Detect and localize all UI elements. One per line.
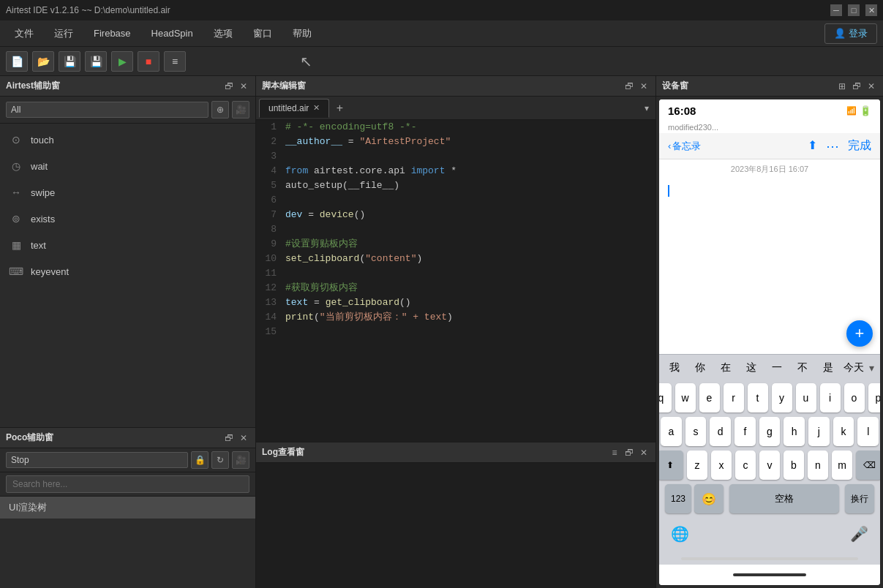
log-filter-button[interactable]: ≡ [609,447,620,459]
nav-back-button[interactable]: ‹ 备忘录 [668,140,701,153]
chinese-char-jintian[interactable]: 今天 [841,358,866,377]
airtest-settings-button[interactable]: 🎥 [232,101,249,118]
minimize-button[interactable]: ─ [830,4,842,16]
menu-help[interactable]: 帮助 [284,24,320,43]
key-r[interactable]: r [724,383,744,412]
key-x[interactable]: x [711,451,732,480]
more-icon[interactable]: ⋯ [826,138,839,154]
airtest-filter-select[interactable]: All touch wait [6,102,208,118]
menu-headspin[interactable]: HeadSpin [143,25,202,42]
log-restore-button[interactable]: 🗗 [623,447,635,459]
key-p[interactable]: p [868,383,881,412]
poco-search-input[interactable] [6,475,249,493]
poco-lock-button[interactable]: 🔒 [191,451,208,469]
chinese-char-yi[interactable]: 一 [764,358,790,377]
device-screenshot-button[interactable]: ⊞ [836,80,848,92]
key-y[interactable]: y [772,383,792,412]
terminal-button[interactable]: ≡ [164,51,186,72]
chinese-char-bu[interactable]: 不 [789,358,815,377]
key-mic[interactable]: 🎤 [844,519,874,549]
key-action[interactable]: 换行 [845,484,874,513]
add-tab-button[interactable]: + [331,99,348,117]
key-k[interactable]: k [833,417,854,446]
save-button[interactable]: 💾 [59,51,80,72]
tab-close-icon[interactable]: ✕ [313,103,320,113]
device-restore-button[interactable]: 🗗 [851,80,863,92]
stop-button[interactable]: ■ [138,51,159,72]
key-c[interactable]: c [735,451,756,480]
key-shift[interactable]: ⬆ [659,451,683,480]
new-file-button[interactable]: 📄 [6,51,28,72]
editor-tab-expand-button[interactable]: ▾ [641,102,653,114]
menu-firebase[interactable]: Firebase [85,25,140,42]
key-space[interactable]: 空格 [729,484,839,513]
close-button[interactable]: ✕ [865,4,877,16]
chinese-char-wo[interactable]: 我 [662,358,688,377]
poco-restore-button[interactable]: 🗗 [223,432,235,444]
maximize-button[interactable]: □ [848,4,860,16]
key-t[interactable]: t [748,383,768,412]
helper-item-keyevent[interactable]: ⌨ keyevent [0,258,255,284]
key-i[interactable]: i [820,383,841,412]
menu-file[interactable]: 文件 [6,24,42,43]
key-backspace[interactable]: ⌫ [856,451,880,480]
helper-item-exists[interactable]: ⊚ exists [0,206,255,232]
note-area[interactable]: + [659,179,880,354]
key-globe[interactable]: 🌐 [665,519,695,549]
poco-mode-select[interactable]: Stop Running [6,452,188,468]
editor-close-button[interactable]: ✕ [638,80,650,92]
key-v[interactable]: v [759,451,780,480]
airtest-restore-button[interactable]: 🗗 [223,80,235,92]
log-close-button[interactable]: ✕ [638,447,650,459]
key-n[interactable]: n [808,451,828,480]
done-button[interactable]: 完成 [848,138,871,154]
key-g[interactable]: g [759,417,781,446]
note-text[interactable] [659,179,880,238]
helper-item-text[interactable]: ▦ text [0,232,255,258]
share-icon[interactable]: ⬆ [808,138,817,154]
key-e[interactable]: e [699,383,720,412]
menu-run[interactable]: 运行 [45,24,82,43]
editor-tab-untitled[interactable]: untitled.air ✕ [259,99,329,118]
key-u[interactable]: u [796,383,816,412]
add-note-button[interactable]: + [846,320,873,347]
menu-options[interactable]: 选项 [205,24,241,43]
key-h[interactable]: h [784,417,805,446]
airtest-capture-button[interactable]: ⊕ [211,101,229,118]
chinese-char-shi[interactable]: 是 [815,358,841,377]
key-s[interactable]: s [685,417,707,446]
code-editor[interactable]: 1 # -*- encoding=utf8 -*- 2 __author__ =… [256,120,655,442]
poco-close-button[interactable]: ✕ [238,432,249,444]
key-j[interactable]: j [808,417,830,446]
menu-window[interactable]: 窗口 [244,24,281,43]
device-close-button[interactable]: ✕ [865,80,877,92]
helper-item-swipe[interactable]: ↔ swipe [0,179,255,206]
key-l[interactable]: l [857,417,879,446]
chinese-char-zai[interactable]: 在 [713,358,739,377]
key-m[interactable]: m [832,451,852,480]
helper-item-wait[interactable]: ◷ wait [0,153,255,179]
key-emoji[interactable]: 😊 [694,484,724,513]
open-file-button[interactable]: 📂 [32,51,54,72]
key-q[interactable]: q [659,383,672,412]
key-z[interactable]: z [687,451,707,480]
key-f[interactable]: f [734,417,756,446]
poco-refresh-button[interactable]: ↻ [211,451,229,469]
poco-camera-button[interactable]: 🎥 [232,451,249,469]
key-b[interactable]: b [784,451,804,480]
key-o[interactable]: o [844,383,865,412]
chinese-char-ni[interactable]: 你 [688,358,713,377]
login-button[interactable]: 👤 登录 [824,23,877,44]
poco-tree-item[interactable]: UI渲染树 [0,497,255,519]
key-w[interactable]: w [675,383,696,412]
helper-item-touch[interactable]: ⊙ touch [0,127,255,153]
editor-restore-button[interactable]: 🗗 [623,80,635,92]
key-d[interactable]: d [710,417,731,446]
save-as-button[interactable]: 💾 [85,51,107,72]
chinese-char-zhe[interactable]: 这 [739,358,764,377]
chinese-expand-icon[interactable]: ▾ [866,362,877,374]
key-a[interactable]: a [661,417,682,446]
play-button[interactable]: ▶ [111,51,133,72]
key-123[interactable]: 123 [665,484,691,513]
airtest-close-button[interactable]: ✕ [238,80,249,92]
